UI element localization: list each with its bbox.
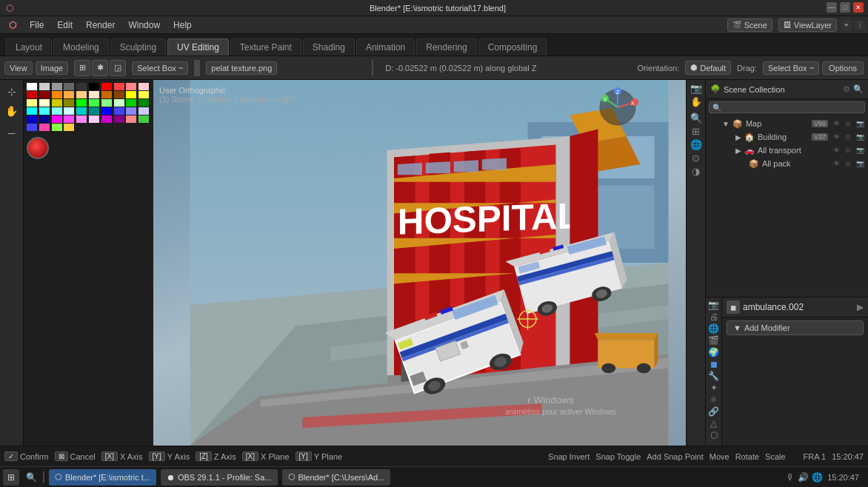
color-swatch[interactable] bbox=[52, 107, 62, 115]
color-swatch[interactable] bbox=[39, 115, 50, 123]
color-swatch[interactable] bbox=[114, 115, 124, 123]
tab-animation[interactable]: Animation bbox=[356, 38, 415, 56]
menu-edit[interactable]: Edit bbox=[51, 19, 79, 32]
color-swatch[interactable] bbox=[126, 83, 136, 90]
vp-tool-shading[interactable]: ◑ bbox=[692, 166, 700, 177]
uv-mode-button-1[interactable]: ⊞ bbox=[74, 60, 90, 76]
left-tool-cursor[interactable]: ⊹ bbox=[3, 83, 21, 101]
taskbar-speaker-icon[interactable]: 🔊 bbox=[798, 472, 809, 483]
color-swatch[interactable] bbox=[114, 91, 124, 98]
color-swatch[interactable] bbox=[39, 99, 50, 107]
color-swatch[interactable] bbox=[39, 83, 50, 90]
color-swatch[interactable] bbox=[52, 99, 62, 107]
close-button[interactable]: ✕ bbox=[853, 2, 864, 13]
tree-cursor-allpack[interactable]: ⊙ bbox=[843, 158, 853, 169]
tree-expand-map[interactable]: ▼ bbox=[722, 120, 730, 128]
tree-eye-transport[interactable]: 👁 bbox=[831, 145, 841, 155]
taskbar-start-button[interactable]: ⊞ bbox=[3, 469, 19, 486]
menu-render[interactable]: Render bbox=[80, 19, 121, 32]
color-swatch[interactable] bbox=[114, 83, 124, 90]
prop-obj-arrow[interactable]: ▶ bbox=[857, 302, 864, 312]
color-swatch[interactable] bbox=[39, 107, 50, 115]
taskbar-blender-2[interactable]: ⬡ Blender* [C:\Users\Ad... bbox=[282, 469, 391, 486]
color-swatch[interactable] bbox=[101, 99, 112, 107]
color-swatch[interactable] bbox=[76, 91, 87, 98]
color-swatch[interactable] bbox=[101, 115, 112, 123]
color-swatch[interactable] bbox=[126, 99, 136, 107]
color-swatch[interactable] bbox=[39, 91, 50, 98]
color-swatch[interactable] bbox=[138, 115, 149, 123]
color-swatch[interactable] bbox=[89, 83, 99, 90]
uv-mode-button-3[interactable]: ◲ bbox=[110, 60, 126, 76]
tree-eye-map[interactable]: 👁 bbox=[831, 118, 841, 129]
tab-rendering[interactable]: Rendering bbox=[416, 38, 476, 56]
vp-tool-global[interactable]: 🌐 bbox=[690, 139, 702, 150]
tab-compositing[interactable]: Compositing bbox=[478, 38, 547, 56]
options-button[interactable]: Options bbox=[822, 61, 864, 75]
vp-tool-camera[interactable]: 📷 bbox=[690, 83, 702, 94]
props-icon-object[interactable]: ◼ bbox=[710, 359, 718, 369]
color-swatch[interactable] bbox=[138, 91, 149, 98]
tree-render-transport[interactable]: 📷 bbox=[855, 145, 865, 155]
color-swatch[interactable] bbox=[89, 99, 99, 107]
props-icon-modifier[interactable]: 🔧 bbox=[708, 371, 719, 381]
color-swatch[interactable] bbox=[101, 91, 112, 98]
scene-selector[interactable]: 🎬 Scene bbox=[727, 19, 772, 32]
tree-item-map[interactable]: ▼ 📦 Map V99 👁 ⊙ 📷 bbox=[706, 117, 868, 130]
uv-mode-button-2[interactable]: ✱ bbox=[92, 60, 108, 76]
tree-cursor-building[interactable]: ⊙ bbox=[843, 132, 853, 142]
menu-window[interactable]: Window bbox=[122, 19, 166, 32]
uv-select-mode[interactable]: Select Box ~ bbox=[132, 61, 188, 75]
props-icon-world[interactable]: 🌍 bbox=[708, 347, 719, 357]
color-swatch[interactable] bbox=[101, 83, 112, 90]
color-swatch[interactable] bbox=[89, 115, 99, 123]
color-swatch[interactable] bbox=[76, 115, 87, 123]
viewport-area[interactable]: HOSPITAL bbox=[153, 80, 705, 446]
taskbar-mic-icon[interactable]: 🎙 bbox=[786, 472, 795, 483]
color-swatch[interactable] bbox=[126, 91, 136, 98]
color-swatch[interactable] bbox=[64, 99, 74, 107]
color-swatch[interactable] bbox=[76, 83, 87, 90]
tree-eye-building[interactable]: 👁 bbox=[831, 132, 841, 142]
tree-cursor-transport[interactable]: ⊙ bbox=[843, 145, 853, 155]
color-swatch[interactable] bbox=[27, 115, 37, 123]
tab-layout[interactable]: Layout bbox=[6, 38, 52, 56]
outliner-filter-icon[interactable]: ⚙ bbox=[843, 84, 850, 94]
color-swatch[interactable] bbox=[138, 99, 149, 107]
tab-sculpting[interactable]: Sculpting bbox=[110, 38, 166, 56]
tab-uv-editing[interactable]: UV Editing bbox=[167, 38, 229, 56]
tree-item-allpack[interactable]: 📦 All pack 👁 ⊙ 📷 bbox=[706, 157, 868, 170]
color-swatch[interactable] bbox=[64, 124, 74, 131]
props-icon-output[interactable]: 🖨 bbox=[710, 312, 718, 322]
outliner-search-icon[interactable]: 🔍 bbox=[853, 84, 864, 94]
color-swatch[interactable] bbox=[89, 91, 99, 98]
color-swatch[interactable] bbox=[114, 99, 124, 107]
props-icon-render[interactable]: 📷 bbox=[708, 300, 719, 310]
props-icon-physics[interactable]: ⚛ bbox=[710, 394, 718, 405]
color-swatch[interactable] bbox=[27, 83, 37, 90]
color-swatch[interactable] bbox=[76, 107, 87, 115]
vp-tool-hand[interactable]: ✋ bbox=[690, 96, 702, 107]
vp-tool-plus[interactable]: ⊞ bbox=[692, 126, 700, 137]
props-icon-particles[interactable]: ✦ bbox=[710, 383, 718, 393]
menu-file[interactable]: File bbox=[24, 19, 50, 32]
tree-render-building[interactable]: 📷 bbox=[855, 132, 865, 142]
color-swatch[interactable] bbox=[39, 124, 50, 131]
taskbar-network-icon[interactable]: 🌐 bbox=[812, 472, 823, 483]
tab-shading[interactable]: Shading bbox=[303, 38, 355, 56]
color-swatch[interactable] bbox=[126, 107, 136, 115]
tree-item-transport[interactable]: ▶ 🚗 All transport 👁 ⊙ 📷 bbox=[706, 144, 868, 157]
color-swatch[interactable] bbox=[138, 107, 149, 115]
vp-tool-overlay[interactable]: ⊙ bbox=[692, 152, 700, 164]
color-swatch[interactable] bbox=[64, 115, 74, 123]
tree-render-allpack[interactable]: 📷 bbox=[855, 158, 865, 169]
tab-texture-paint[interactable]: Texture Paint bbox=[230, 38, 301, 56]
color-swatch[interactable] bbox=[64, 83, 74, 90]
props-icon-constraints[interactable]: 🔗 bbox=[708, 406, 719, 417]
menu-blender[interactable]: ⬡ bbox=[3, 19, 22, 32]
tree-render-map[interactable]: 📷 bbox=[855, 118, 865, 129]
viewport-drag-select[interactable]: Select Box ~ bbox=[763, 61, 819, 75]
color-swatch[interactable] bbox=[52, 124, 62, 131]
workspace-add-button[interactable]: + bbox=[841, 20, 852, 30]
uv-image-menu[interactable]: Image bbox=[36, 61, 69, 75]
